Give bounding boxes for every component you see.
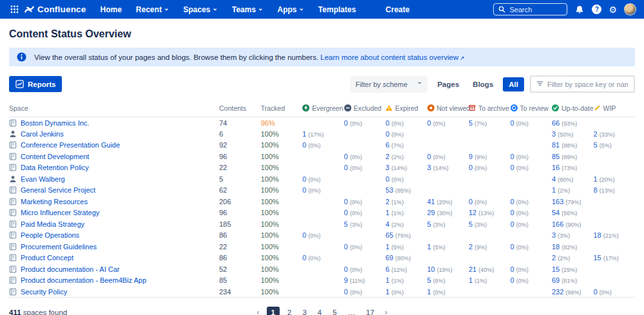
notifications-bell-icon[interactable] <box>574 5 585 15</box>
scheme-filter-select[interactable]: Filter by scheme <box>350 76 427 93</box>
status-count-link[interactable]: 0 <box>344 164 348 171</box>
status-count-link[interactable]: 1 <box>594 175 598 183</box>
status-count-link[interactable]: 0 <box>385 130 389 138</box>
status-count-link[interactable]: 4 <box>385 220 389 228</box>
space-link[interactable]: Boston Dynamics Inc. <box>21 119 89 127</box>
space-link[interactable]: Carol Jenkins <box>21 130 64 138</box>
status-count-link[interactable]: 41 <box>427 198 435 205</box>
nav-item-spaces[interactable]: Spaces <box>183 5 217 14</box>
status-count-link[interactable]: 3 <box>552 130 556 138</box>
status-count-link[interactable]: 9 <box>344 276 348 284</box>
page-button-5[interactable]: 5 <box>329 307 340 315</box>
status-count-link[interactable]: 0 <box>385 175 389 183</box>
status-count-link[interactable]: 15 <box>552 265 560 273</box>
space-link[interactable]: People Operations <box>21 231 79 239</box>
search-box[interactable] <box>493 3 567 15</box>
space-link[interactable]: Product Concept <box>21 254 73 262</box>
status-count-link[interactable]: 54 <box>552 209 560 216</box>
page-button-2[interactable]: 2 <box>284 307 295 315</box>
status-count-link[interactable]: 0 <box>302 175 306 183</box>
status-count-link[interactable]: 2 <box>469 243 473 251</box>
space-link[interactable]: General Service Project <box>21 186 95 194</box>
status-count-link[interactable]: 8 <box>594 186 598 194</box>
status-count-link[interactable]: 69 <box>552 276 560 284</box>
status-count-link[interactable]: 2 <box>385 198 389 205</box>
status-count-link[interactable]: 0 <box>511 209 514 216</box>
status-count-link[interactable]: 0 <box>302 141 306 149</box>
status-count-link[interactable]: 1 <box>385 243 389 251</box>
create-button[interactable]: Create <box>385 5 409 14</box>
status-count-link[interactable]: 5 <box>344 220 348 228</box>
status-count-link[interactable]: 0 <box>511 243 514 251</box>
tab-blogs[interactable]: Blogs <box>469 78 497 91</box>
status-count-link[interactable]: 66 <box>552 119 560 127</box>
status-count-link[interactable]: 5 <box>427 276 431 284</box>
space-link[interactable]: Evan Walberg <box>21 175 65 183</box>
status-count-link[interactable]: 1 <box>385 276 389 284</box>
status-count-link[interactable]: 0 <box>511 153 514 160</box>
status-count-link[interactable]: 9 <box>469 153 473 160</box>
status-count-link[interactable]: 6 <box>385 265 389 273</box>
prev-page-icon[interactable]: ‹ <box>254 308 262 315</box>
status-count-link[interactable]: 0 <box>511 265 514 273</box>
status-count-link[interactable]: 1 <box>385 209 389 216</box>
status-count-link[interactable]: 1 <box>552 186 556 194</box>
status-count-link[interactable]: 0 <box>511 164 514 171</box>
page-button-4[interactable]: 4 <box>315 307 325 315</box>
nav-item-teams[interactable]: Teams <box>232 5 264 14</box>
status-count-link[interactable]: 3 <box>552 231 556 239</box>
status-count-link[interactable]: 5 <box>594 141 598 149</box>
status-count-link[interactable]: 85 <box>552 153 560 160</box>
status-count-link[interactable]: 1 <box>302 130 306 138</box>
status-count-link[interactable]: 0 <box>344 243 348 251</box>
learn-more-link[interactable]: Learn more about content status overview <box>320 53 465 61</box>
status-count-link[interactable]: 69 <box>385 254 393 262</box>
space-link[interactable]: Content Development <box>21 153 89 160</box>
status-count-link[interactable]: 0 <box>594 288 598 296</box>
status-count-link[interactable]: 232 <box>552 288 563 296</box>
status-count-link[interactable]: 15 <box>594 254 601 262</box>
reports-button[interactable]: Reports <box>9 76 62 92</box>
confluence-logo[interactable]: Confluence <box>24 5 86 14</box>
status-count-link[interactable]: 5 <box>469 119 473 127</box>
space-link[interactable]: Product documentation - Beem4Biz App <box>21 276 146 284</box>
status-count-link[interactable]: 1 <box>385 288 389 296</box>
status-count-link[interactable]: 12 <box>469 209 476 216</box>
status-count-link[interactable]: 29 <box>427 209 435 216</box>
app-switcher-icon[interactable] <box>8 3 21 16</box>
space-link[interactable]: Paid Media Strategy <box>21 220 84 228</box>
status-count-link[interactable]: 5 <box>427 220 431 228</box>
status-count-link[interactable]: 21 <box>469 265 476 273</box>
settings-gear-icon[interactable]: ⚙ <box>609 5 617 14</box>
status-count-link[interactable]: 0 <box>511 276 514 284</box>
status-count-link[interactable]: 2 <box>594 130 598 138</box>
status-count-link[interactable]: 53 <box>385 186 393 194</box>
nav-item-templates[interactable]: Templates <box>318 5 356 14</box>
status-count-link[interactable]: 16 <box>552 164 560 171</box>
status-count-link[interactable]: 2 <box>385 153 389 160</box>
status-count-link[interactable]: 65 <box>385 231 393 239</box>
status-count-link[interactable]: 0 <box>344 265 348 273</box>
status-count-link[interactable]: 0 <box>344 288 348 296</box>
status-count-link[interactable]: 0 <box>344 198 348 205</box>
status-count-link[interactable]: 0 <box>302 186 306 194</box>
tab-pages[interactable]: Pages <box>433 78 463 91</box>
user-avatar[interactable] <box>624 3 636 15</box>
page-button-17[interactable]: 17 <box>363 307 378 315</box>
status-count-link[interactable]: 0 <box>511 220 514 228</box>
next-page-icon[interactable]: › <box>382 308 390 315</box>
space-link[interactable]: Procurement Guidelines <box>21 243 97 251</box>
space-link[interactable]: Product documentation - AI Car <box>21 265 119 273</box>
space-link[interactable]: Conference Presentation Guide <box>21 141 120 149</box>
tab-all[interactable]: All <box>503 77 524 91</box>
status-count-link[interactable]: 3 <box>427 164 431 171</box>
status-count-link[interactable]: 166 <box>552 220 563 228</box>
status-count-link[interactable]: 163 <box>552 198 563 205</box>
help-icon[interactable]: ? <box>592 5 601 14</box>
space-link[interactable]: Micro Influencer Strategy <box>21 209 99 216</box>
nav-item-apps[interactable]: Apps <box>277 5 304 14</box>
page-button-3[interactable]: 3 <box>299 307 309 315</box>
status-count-link[interactable]: 1 <box>427 243 431 251</box>
status-count-link[interactable]: 0 <box>427 153 431 160</box>
search-input[interactable] <box>509 6 561 14</box>
